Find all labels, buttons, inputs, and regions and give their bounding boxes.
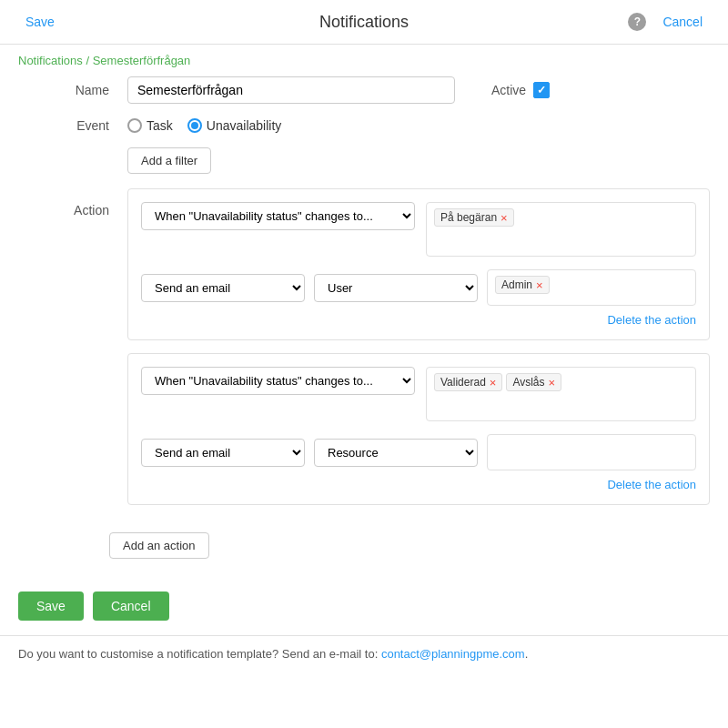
cancel-top-button[interactable]: Cancel [655,11,710,33]
footer-text: Do you want to customise a notification … [18,647,378,661]
task-radio[interactable] [127,118,142,133]
add-action-row: Add an action [109,532,728,559]
help-icon[interactable]: ? [628,13,646,31]
action-bottom-row-1: Send an email User Resource Admin × [141,269,696,306]
name-active-row: Name Active [18,76,710,104]
unavailability-radio[interactable] [187,118,202,133]
footer-note: Do you want to customise a notification … [0,635,728,672]
recipient-tag-1-0: Admin × [495,276,550,294]
save-button[interactable]: Save [18,592,84,621]
action-block-2: When "Unavailability status" changes to.… [127,353,710,505]
delete-action-1[interactable]: Delete the action [141,313,696,327]
trigger-select-1[interactable]: When "Unavailability status" changes to.… [141,202,415,230]
tag-1-0-text: På begäran [440,211,497,224]
tags-box-1: På begäran × [426,202,696,257]
action-bottom-row-2: Send an email Resource User [141,434,696,470]
tag-2-0-text: Validerad [440,376,486,389]
save-top-button[interactable]: Save [18,11,62,33]
breadcrumb-part2[interactable]: Semesterförfrågan [93,54,191,67]
action-row: Action When "Unavailability status" chan… [18,188,710,518]
action-block-wrapper: When "Unavailability status" changes to.… [127,188,710,518]
unavailability-label: Unavailability [207,118,281,133]
delete-action-2[interactable]: Delete the action [141,478,696,491]
recipient-tags-box-2 [487,434,696,470]
tag-2-1: Avslås × [506,373,561,391]
add-filter-button[interactable]: Add a filter [127,147,211,174]
tag-1-0: På begäran × [434,208,514,227]
trigger-select-2[interactable]: When "Unavailability status" changes to.… [141,367,415,395]
recipient-tags-box-1: Admin × [487,269,696,306]
add-action-button[interactable]: Add an action [109,532,209,559]
event-row: Event Task Unavailability [18,118,710,133]
tags-box-2: Validerad × Avslås × [426,367,696,421]
bottom-buttons: Save Cancel [0,577,728,635]
send-select-2[interactable]: Send an email [141,439,305,467]
active-section: Active [491,82,550,98]
send-select-1[interactable]: Send an email [141,274,305,302]
tag-2-0: Validerad × [434,373,502,391]
action-top-row-1: When "Unavailability status" changes to.… [141,202,696,257]
tag-2-0-remove[interactable]: × [490,377,497,389]
form-container: Name Active Event Task Unavailability Ad… [0,76,728,518]
recipient-tag-1-0-text: Admin [501,278,532,291]
task-label: Task [147,118,173,133]
cancel-button[interactable]: Cancel [93,592,169,621]
event-label: Event [18,118,127,133]
header-left: Save [18,11,62,33]
tag-2-1-text: Avslås [512,376,544,389]
tag-1-0-remove[interactable]: × [500,212,508,224]
task-radio-item[interactable]: Task [127,118,173,133]
filter-row: Add a filter [127,147,710,174]
action-label: Action [18,188,127,217]
breadcrumb: Notifications / Semesterförfrågan [0,45,728,76]
footer-email[interactable]: contact@planningpme.com [381,647,525,661]
header-right: ? Cancel [628,11,710,33]
recipient-select-2[interactable]: Resource User [314,439,478,467]
name-input[interactable] [127,76,455,104]
radio-group: Task Unavailability [127,118,281,133]
breadcrumb-part1[interactable]: Notifications [18,54,83,67]
footer-period: . [525,647,529,661]
page-title: Notifications [319,13,409,32]
unavailability-radio-item[interactable]: Unavailability [187,118,281,133]
tag-2-1-remove[interactable]: × [549,377,556,389]
active-label: Active [491,83,526,97]
header: Save Notifications ? Cancel [0,0,728,45]
recipient-select-1[interactable]: User Resource [314,274,478,302]
active-checkbox[interactable] [533,82,550,98]
breadcrumb-separator: / [86,54,92,67]
action-top-row-2: When "Unavailability status" changes to.… [141,367,696,421]
name-label: Name [18,83,127,97]
action-block-1: When "Unavailability status" changes to.… [127,188,710,340]
recipient-tag-1-0-remove[interactable]: × [536,279,543,291]
